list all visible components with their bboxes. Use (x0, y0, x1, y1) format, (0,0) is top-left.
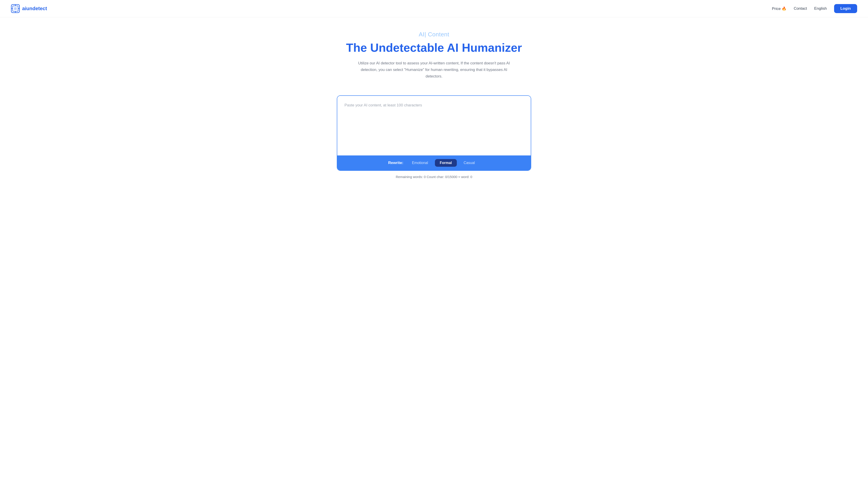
rewrite-emotional[interactable]: Emotional (407, 159, 433, 167)
nav-language[interactable]: English (814, 6, 827, 11)
login-button[interactable]: Login (834, 4, 857, 13)
status-bar: Remaining words: 0 Count char: 0/15000 ≈… (337, 175, 531, 179)
rewrite-options: Emotional Formal Casual (407, 159, 480, 167)
hero-subtitle-part1: AI| (418, 31, 426, 38)
hero-subtitle-part2: Content (428, 31, 450, 38)
nav-price[interactable]: Price 🔥 (772, 6, 786, 11)
nav-contact[interactable]: Contact (794, 6, 807, 11)
card-bottom-bar: Rewrite: Emotional Formal Casual (337, 156, 531, 170)
logo-icon (11, 4, 20, 13)
rewrite-label: Rewrite: (388, 161, 403, 165)
logo-link[interactable]: aiundetect (11, 4, 47, 13)
logo-text: aiundetect (22, 6, 47, 11)
nav-links: Price 🔥 Contact English Login (772, 4, 857, 13)
hero-description: Utilize our AI detector tool to assess y… (357, 60, 511, 80)
hero-title: The Undetectable AI Humanizer (4, 41, 864, 55)
rewrite-formal[interactable]: Formal (435, 159, 457, 167)
svg-rect-2 (14, 7, 17, 10)
hero-subtitle: AI| Content (4, 31, 864, 38)
status-text: Remaining words: 0 Count char: 0/15000 ≈… (396, 175, 472, 179)
textbox-card: Rewrite: Emotional Formal Casual (337, 95, 531, 171)
content-area: Rewrite: Emotional Formal Casual Remaini… (332, 95, 536, 179)
hero-section: AI| Content The Undetectable AI Humanize… (0, 18, 868, 86)
content-textarea[interactable] (337, 96, 531, 155)
textarea-wrapper (337, 96, 531, 156)
navbar: aiundetect Price 🔥 Contact English Login (0, 0, 868, 18)
rewrite-casual[interactable]: Casual (459, 159, 480, 167)
